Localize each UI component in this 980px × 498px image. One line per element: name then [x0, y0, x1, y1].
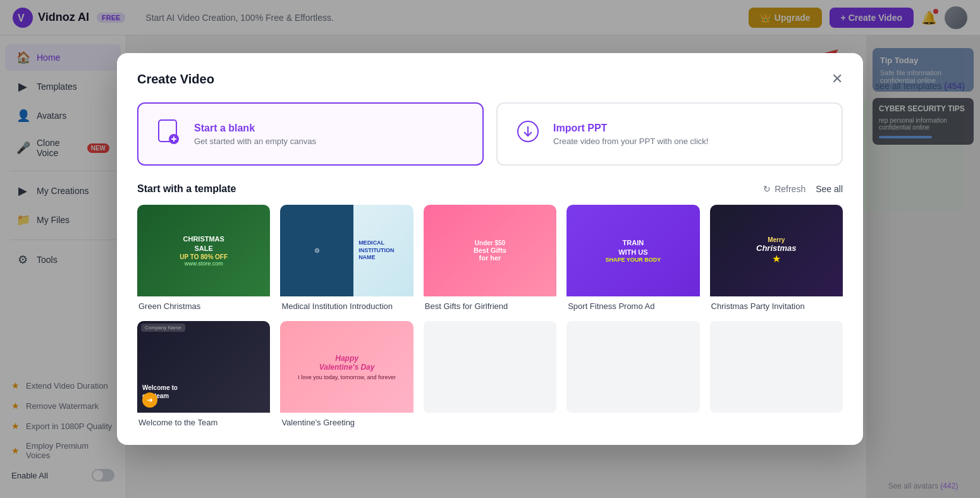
import-ppt-description: Create video from your PPT with one clic… [553, 137, 708, 146]
create-options: Start a blank Get started with an empty … [137, 102, 843, 166]
template-placeholder-3 [424, 321, 556, 413]
refresh-button[interactable]: ↻ Refresh [763, 184, 805, 194]
template-card-sport[interactable]: TRAINWITH US SHAPE YOUR BODY Sport Fitne… [567, 205, 699, 311]
template-thumb-gifts: Under $50 Best Giftsfor her [424, 205, 556, 296]
template-name-christmas2: Christmas Party Invitation [710, 301, 843, 311]
refresh-icon: ↻ [763, 184, 771, 194]
blank-canvas-icon [154, 116, 184, 152]
template-card-welcome[interactable]: Company Name Welcome toour team ➜ Welcom… [137, 321, 270, 427]
start-blank-option[interactable]: Start a blank Get started with an empty … [137, 102, 484, 166]
template-name-sport: Sport Fitness Promo Ad [567, 301, 699, 311]
start-blank-text: Start a blank Get started with an empty … [194, 123, 316, 146]
template-card-medical[interactable]: ⚙ MEDICALINSTITUTIONNAME Medical Institu… [280, 205, 413, 311]
template-grid-row1: CHRISTMASSALE UP TO 80% OFF www.store.co… [137, 205, 843, 311]
templates-section-title: Start with a template [137, 183, 236, 195]
start-blank-description: Get started with an empty canvas [194, 137, 316, 146]
templates-actions: ↻ Refresh See all [763, 184, 843, 194]
template-name-gifts: Best Gifts for Girlfriend [424, 301, 556, 311]
import-ppt-option[interactable]: Import PPT Create video from your PPT wi… [496, 102, 843, 166]
template-thumb-christmas2: Merry Christmas ★ [710, 205, 843, 296]
template-thumb-medical: ⚙ MEDICALINSTITUTIONNAME [280, 205, 413, 296]
create-video-modal: Create Video ✕ Start a blank Get started… [117, 53, 863, 445]
template-card-gifts[interactable]: Under $50 Best Giftsfor her Best Gifts f… [424, 205, 556, 311]
template-card-christmas2[interactable]: Merry Christmas ★ Christmas Party Invita… [710, 205, 843, 311]
template-placeholder-4 [567, 321, 699, 413]
import-ppt-text: Import PPT Create video from your PPT wi… [553, 123, 708, 146]
template-name-green-christmas: Green Christmas [137, 301, 270, 311]
modal-overlay[interactable]: Create Video ✕ Start a blank Get started… [0, 0, 980, 498]
import-ppt-icon [513, 116, 543, 152]
modal-title: Create Video [137, 72, 214, 87]
template-grid-row2: Company Name Welcome toour team ➜ Welcom… [137, 321, 843, 427]
template-thumb-sport: TRAINWITH US SHAPE YOUR BODY [567, 205, 699, 296]
modal-header: Create Video ✕ [137, 71, 843, 87]
template-name-valentine: Valentine's Greeting [280, 418, 413, 427]
template-card-green-christmas[interactable]: CHRISTMASSALE UP TO 80% OFF www.store.co… [137, 205, 270, 311]
modal-close-button[interactable]: ✕ [831, 71, 843, 87]
template-placeholder-5 [710, 321, 843, 413]
see-all-templates-modal-link[interactable]: See all [816, 184, 843, 194]
template-thumb-green-christmas: CHRISTMASSALE UP TO 80% OFF www.store.co… [137, 205, 270, 296]
template-thumb-content: CHRISTMASSALE UP TO 80% OFF www.store.co… [175, 229, 233, 272]
template-name-welcome: Welcome to the Team [137, 418, 270, 427]
start-blank-title: Start a blank [194, 123, 316, 134]
import-ppt-title: Import PPT [553, 123, 708, 134]
template-name-medical: Medical Institution Introduction [280, 301, 413, 311]
template-card-valentine[interactable]: HappyValentine's Day I love you today, t… [280, 321, 413, 427]
template-thumb-welcome: Company Name Welcome toour team ➜ [137, 321, 270, 413]
templates-section-header: Start with a template ↻ Refresh See all [137, 183, 843, 195]
template-thumb-valentine: HappyValentine's Day I love you today, t… [280, 321, 413, 413]
